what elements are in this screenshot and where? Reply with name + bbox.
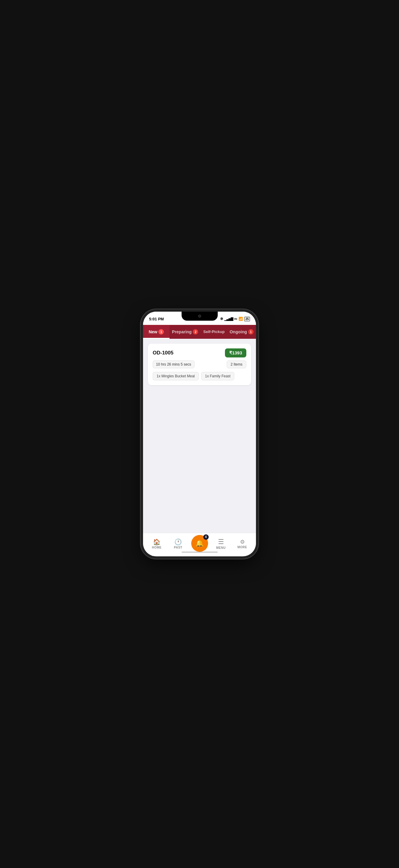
notification-badge: 4 [203,534,209,540]
tab-new-label: New [149,330,158,334]
order-item-count: 2 Items [227,361,246,368]
tab-selfpickup-label: Self-Pickup [203,330,225,334]
tab-new[interactable]: New 1 [143,325,170,339]
phone-frame: 5:01 PM ✲ ▁▃▅▇ Vo 📶 25 New 1 Preparing 2… [143,312,256,556]
battery-icon: 25 [244,317,250,321]
tab-selfpickup[interactable]: Self-Pickup [201,325,227,339]
order-id: OD-1005 [153,350,173,356]
tab-header: New 1 Preparing 2 Self-Pickup Ongoing 1 [143,325,256,339]
order-time: 10 hrs 26 mins 5 secs [153,361,195,368]
tab-new-badge: 1 [158,329,164,335]
tab-ongoing-label: Ongoing [229,330,247,334]
home-icon: 🏠 [153,539,161,545]
nav-past[interactable]: 🕐 PAST [167,536,189,552]
order-card-header: OD-1005 ₹1393 [153,348,246,358]
bell-icon: 🔔 [195,539,204,547]
vo-icon: Vo [234,317,237,320]
nav-past-label: PAST [174,546,182,549]
tab-preparing-label: Preparing [172,330,192,334]
notification-button[interactable]: 🔔 4 [191,535,208,552]
status-icons: ✲ ▁▃▅▇ Vo 📶 25 [220,317,250,321]
signal-icon: ▁▃▅▇ [224,317,233,321]
order-item-0: 1x Mingles Bucket Meal [153,372,199,380]
order-card[interactable]: OD-1005 ₹1393 10 hrs 26 mins 5 secs 2 It… [148,344,251,385]
main-content: OD-1005 ₹1393 10 hrs 26 mins 5 secs 2 It… [143,339,256,533]
tab-preparing[interactable]: Preparing 2 [170,325,201,339]
wifi-icon: 📶 [238,317,243,321]
order-items: 1x Mingles Bucket Meal 1x Family Feast [153,372,246,380]
tab-ongoing[interactable]: Ongoing 1 [227,325,256,339]
content-wrapper: OD-1005 ₹1393 10 hrs 26 mins 5 secs 2 It… [143,339,256,555]
nav-home-label: HOME [152,546,162,549]
nav-home[interactable]: 🏠 HOME [146,536,167,552]
tab-preparing-badge: 2 [193,329,198,335]
order-meta: 10 hrs 26 mins 5 secs 2 Items [153,361,246,368]
status-time: 5:01 PM [149,317,164,321]
camera-notch [181,312,218,321]
nav-menu[interactable]: ☰ MENU [210,536,232,552]
nav-more-label: MORE [238,546,247,549]
bluetooth-icon: ✲ [220,317,223,321]
past-icon: 🕐 [174,539,182,545]
nav-menu-label: MENU [216,546,226,550]
nav-more[interactable]: ⚙ MORE [232,537,253,551]
order-item-1: 1x Family Feast [201,372,235,380]
bottom-nav: 🏠 HOME 🕐 PAST 🔔 4 ☰ MENU ⚙ MORE [143,533,256,555]
tab-ongoing-badge: 1 [248,329,254,335]
menu-icon: ☰ [218,538,224,545]
price-badge: ₹1393 [225,348,246,358]
home-indicator [181,552,218,553]
camera-dot [198,315,201,318]
more-icon: ⚙ [240,539,245,545]
